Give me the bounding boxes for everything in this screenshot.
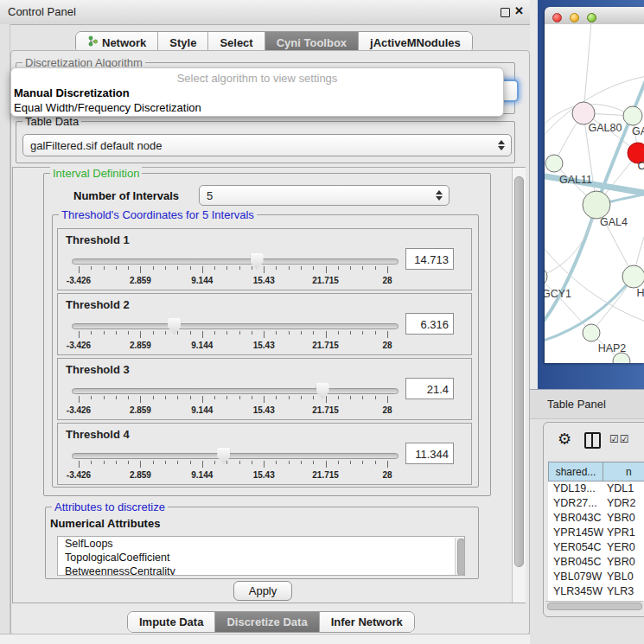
table-data-combo[interactable]: galFiltered.sif default node bbox=[22, 134, 512, 156]
slider-track[interactable] bbox=[72, 453, 399, 459]
number-of-intervals-value: 5 bbox=[207, 189, 213, 202]
slider-track[interactable] bbox=[72, 258, 399, 265]
table-row[interactable]: YPR145WYPR1 bbox=[548, 526, 644, 540]
column-header-name[interactable]: n bbox=[603, 462, 644, 481]
attributes-group-title: Attributes to discretize bbox=[52, 501, 168, 513]
attribute-item-betweennesscentrality[interactable]: BetweennessCentrality bbox=[58, 564, 464, 576]
tab-label: Infer Network bbox=[331, 615, 403, 628]
cell-shared-name[interactable]: YDR27... bbox=[548, 496, 603, 511]
cell-shared-name[interactable]: YBL079W bbox=[548, 570, 603, 584]
tick-label: 28 bbox=[382, 470, 392, 480]
network-node[interactable] bbox=[545, 267, 547, 286]
gear-icon[interactable]: ⚙ bbox=[558, 430, 571, 449]
cell-shared-name[interactable]: YBR043C bbox=[548, 511, 603, 526]
slider-track[interactable] bbox=[72, 388, 399, 394]
network-node[interactable] bbox=[623, 106, 642, 125]
table-row[interactable]: YDL19...YDL1 bbox=[548, 481, 644, 496]
tick-label: 2.859 bbox=[130, 276, 151, 285]
table-row[interactable]: YBR043CYBR0 bbox=[548, 511, 644, 526]
network-node[interactable] bbox=[583, 191, 610, 219]
slider-ticks bbox=[79, 396, 387, 404]
network-node[interactable] bbox=[622, 265, 644, 288]
vertical-scrollbar[interactable] bbox=[512, 168, 526, 603]
table-row[interactable]: YBR045CYBR0 bbox=[548, 555, 644, 570]
slider-ticks bbox=[79, 331, 387, 339]
attributes-scrollbar[interactable] bbox=[455, 538, 465, 576]
horizontal-scrollbar[interactable] bbox=[545, 601, 643, 610]
columns-icon[interactable] bbox=[584, 432, 601, 449]
horizontal-scrollbar-thumb[interactable] bbox=[547, 603, 642, 610]
control-panel-window: Control Panel ✕ NetworkStyleSelectCyni T… bbox=[0, 0, 530, 634]
network-graph[interactable]: GAL80GACGAL11GAL4GCY1HHAP2 bbox=[545, 24, 644, 363]
table-panel-header: Table Panel bbox=[530, 389, 644, 419]
attribute-item-topologicalcoefficient[interactable]: TopologicalCoefficient bbox=[58, 551, 464, 564]
slider-tick-labels: -3.4262.8599.14415.4321.71528 bbox=[79, 276, 387, 286]
tab-infer-network[interactable]: Infer Network bbox=[319, 612, 414, 632]
slider-tick-labels: -3.4262.8599.14415.4321.71528 bbox=[79, 341, 387, 351]
tab-discretize-data[interactable]: Discretize Data bbox=[214, 612, 318, 632]
table-row[interactable]: YDR27...YDR2 bbox=[548, 496, 644, 511]
network-canvas[interactable]: GAL80GACGAL11GAL4GCY1HHAP2 bbox=[545, 24, 644, 363]
tab-impute-data[interactable]: Impute Data bbox=[128, 612, 214, 632]
tick-label: 9.144 bbox=[191, 405, 213, 415]
threshold-value-field[interactable]: 21.4 bbox=[405, 378, 454, 399]
cell-name[interactable]: YDL1 bbox=[603, 481, 634, 496]
threshold-panel-4: Threshold 4-3.4262.8599.14415.4321.71528… bbox=[57, 423, 472, 485]
tick-label: 15.43 bbox=[253, 470, 275, 480]
cell-name[interactable]: YBR0 bbox=[603, 511, 635, 526]
threshold-value-field[interactable]: 11.344 bbox=[405, 443, 454, 464]
table-row[interactable]: YER054CYER0 bbox=[548, 540, 644, 555]
tick-label: 15.43 bbox=[253, 341, 275, 350]
select-all-checkboxes-icon[interactable]: ☑☑ bbox=[609, 433, 630, 445]
close-traffic-light-icon[interactable] bbox=[552, 13, 562, 22]
threshold-slider-1[interactable]: -3.4262.8599.14415.4321.71528 bbox=[72, 252, 397, 286]
threshold-value-field[interactable]: 6.316 bbox=[405, 313, 454, 335]
table-body: YDL19...YDL1YDR27...YDR2YBR043CYBR0YPR14… bbox=[548, 481, 644, 601]
vertical-scrollbar-thumb[interactable] bbox=[514, 176, 524, 567]
stepper-icon bbox=[496, 135, 507, 156]
window-bottom-strip bbox=[0, 634, 530, 644]
cell-name[interactable]: YBR0 bbox=[603, 555, 635, 570]
threshold-slider-2[interactable]: -3.4262.8599.14415.4321.71528 bbox=[72, 316, 397, 351]
threshold-label: Threshold 1 bbox=[66, 233, 130, 246]
cell-shared-name[interactable]: YER054C bbox=[548, 540, 603, 555]
table-row[interactable]: YLR345WYLR3 bbox=[548, 584, 644, 599]
slider-track[interactable] bbox=[72, 323, 399, 329]
cell-shared-name[interactable]: YLR345W bbox=[548, 584, 603, 599]
threshold-slider-4[interactable]: -3.4262.8599.14415.4321.71528 bbox=[72, 446, 397, 481]
minimize-traffic-light-icon[interactable] bbox=[570, 13, 579, 22]
cell-name[interactable]: YER0 bbox=[603, 540, 635, 555]
threshold-value-field[interactable]: 14.713 bbox=[405, 248, 454, 270]
popup-option-manual-discretization[interactable]: Manual Discretization bbox=[11, 86, 503, 100]
tick-label: 2.859 bbox=[130, 470, 151, 480]
cell-name[interactable]: YBL0 bbox=[603, 570, 634, 584]
cell-shared-name[interactable]: YDL19... bbox=[548, 481, 603, 496]
tick-label: 21.715 bbox=[312, 341, 339, 350]
tick-label: 15.43 bbox=[253, 405, 275, 415]
threshold-panel-2: Threshold 2-3.4262.8599.14415.4321.71528… bbox=[57, 293, 472, 355]
stepper-icon bbox=[434, 186, 444, 205]
popup-option-equal-width-frequency-discretization[interactable]: Equal Width/Frequency Discretization bbox=[11, 100, 503, 115]
table-row[interactable]: YBL079WYBL0 bbox=[548, 570, 644, 584]
float-window-icon[interactable] bbox=[501, 8, 510, 17]
cell-name[interactable]: YPR1 bbox=[603, 526, 635, 540]
zoom-traffic-light-icon[interactable] bbox=[587, 13, 596, 22]
cell-name[interactable]: YDR2 bbox=[603, 496, 635, 511]
cell-name[interactable]: YLR3 bbox=[603, 584, 634, 599]
network-node[interactable] bbox=[545, 155, 563, 172]
close-icon[interactable]: ✕ bbox=[514, 4, 524, 17]
attribute-item-selfloops[interactable]: SelfLoops bbox=[58, 537, 464, 551]
interval-definition-title: Interval Definition bbox=[50, 167, 142, 180]
threshold-slider-3[interactable]: -3.4262.8599.14415.4321.71528 bbox=[72, 381, 397, 416]
numerical-attributes-list[interactable]: SelfLoopsTopologicalCoefficientBetweenne… bbox=[57, 536, 465, 576]
algorithm-dropdown-popup: Select algorithm to view settingsManual … bbox=[10, 67, 504, 117]
number-of-intervals-combo[interactable]: 5 bbox=[199, 185, 450, 206]
network-node-label: GCY1 bbox=[545, 288, 571, 300]
cell-shared-name[interactable]: YPR145W bbox=[548, 526, 603, 540]
column-header-shared-name[interactable]: shared... bbox=[548, 462, 603, 481]
cell-shared-name[interactable]: YBR045C bbox=[548, 555, 603, 570]
tab-label: jActiveMNodules bbox=[370, 36, 461, 49]
apply-button[interactable]: Apply bbox=[233, 581, 292, 601]
table-header-row: shared... n bbox=[548, 462, 644, 481]
network-node[interactable] bbox=[583, 324, 600, 341]
